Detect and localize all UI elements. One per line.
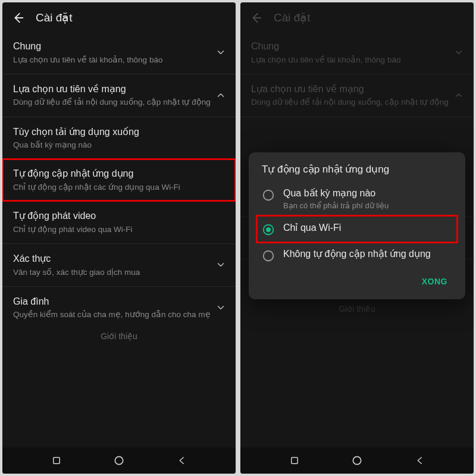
- section-desc: Lựa chọn ưu tiên về tài khoản, thông báo: [13, 55, 225, 65]
- dialog-actions: XONG: [257, 268, 457, 295]
- page-title: Cài đặt: [36, 11, 73, 24]
- appbar: Cài đặt: [240, 2, 474, 32]
- section-title: Tự động phát video: [13, 209, 225, 223]
- section-about-peek: Giới thiệu: [240, 302, 474, 315]
- section-about-peek: Giới thiệu: [2, 329, 236, 342]
- section-title: Xác thực: [13, 252, 225, 265]
- chevron-down-icon: [214, 301, 227, 314]
- nav-back-icon[interactable]: [411, 452, 429, 469]
- option-any-network[interactable]: Qua bất kỳ mạng nào Bạn có thể phải trả …: [257, 181, 457, 216]
- android-navbar: [2, 447, 236, 474]
- chevron-down-icon: [452, 46, 465, 59]
- section-title: Tự động cập nhật ứng dụng: [13, 167, 225, 180]
- back-icon[interactable]: [250, 11, 263, 24]
- svg-rect-1: [53, 458, 60, 464]
- chevron-up-icon: [452, 89, 465, 102]
- nav-back-icon[interactable]: [173, 452, 191, 469]
- section-auth[interactable]: Xác thực Vân tay số, xác thực giao dịch …: [2, 244, 236, 287]
- svg-point-2: [115, 456, 123, 464]
- section-title: Tùy chọn tải ứng dụng xuống: [13, 126, 225, 139]
- section-desc: Quyền kiểm soát của cha mẹ, hướng dẫn ch…: [13, 309, 225, 320]
- svg-point-8: [266, 227, 271, 232]
- option-label: Không tự động cập nhật ứng dụng: [283, 248, 452, 261]
- section-desc: Dùng dữ liệu để tải nội dung xuống, cập …: [13, 97, 225, 108]
- section-desc: Dùng dữ liệu để tải nội dung xuống, cập …: [251, 97, 463, 108]
- section-family[interactable]: Gia đình Quyền kiểm soát của cha mẹ, hướ…: [2, 287, 236, 329]
- svg-point-9: [264, 251, 274, 261]
- nav-home-icon[interactable]: [110, 452, 128, 469]
- radio-checked-icon: [262, 223, 275, 236]
- section-desc: Qua bất kỳ mạng nào: [13, 140, 225, 151]
- section-network[interactable]: Lựa chọn ưu tiên về mạng Dùng dữ liệu để…: [2, 74, 236, 117]
- phone-right: Cài đặt Chung Lựa chọn ưu tiên về tài kh…: [240, 2, 474, 474]
- dialog-title: Tự động cập nhật ứng dụng: [257, 163, 457, 181]
- option-label: Chỉ qua Wi-Fi: [283, 222, 452, 234]
- section-title: Lựa chọn ưu tiên về mạng: [251, 83, 463, 96]
- section-desc: Chỉ tự động phát video qua Wi-Fi: [13, 224, 225, 235]
- back-icon[interactable]: [12, 11, 25, 24]
- section-network: Lựa chọn ưu tiên về mạng Dùng dữ liệu để…: [240, 74, 474, 117]
- svg-point-6: [264, 190, 274, 201]
- appbar: Cài đặt: [2, 2, 236, 32]
- section-auto-play[interactable]: Tự động phát video Chỉ tự động phát vide…: [2, 201, 236, 244]
- phone-left: Cài đặt Chung Lựa chọn ưu tiên về tài kh…: [2, 2, 236, 474]
- section-title: Lựa chọn ưu tiên về mạng: [13, 83, 225, 96]
- nav-recent-icon[interactable]: [48, 452, 65, 469]
- section-desc: Chỉ tự động cập nhật các ứng dụng qua Wi…: [13, 182, 225, 193]
- section-hidden: [240, 117, 474, 151]
- chevron-down-icon: [214, 258, 227, 271]
- section-download-pref[interactable]: Tùy chọn tải ứng dụng xuống Qua bất kỳ m…: [2, 117, 236, 159]
- option-sub: Bạn có thể phải trả phí dữ liệu: [283, 201, 452, 210]
- section-desc: Lựa chọn ưu tiên về tài khoản, thông báo: [251, 55, 463, 65]
- section-desc: Vân tay số, xác thực giao dịch mua: [13, 267, 225, 278]
- section-title: Gia đình: [13, 295, 225, 308]
- section-title: Chung: [251, 40, 463, 53]
- section-title: Chung: [13, 40, 225, 53]
- done-button[interactable]: XONG: [418, 272, 451, 291]
- section-auto-update[interactable]: Tự động cập nhật ứng dụng Chỉ tự động cậ…: [2, 159, 236, 201]
- android-navbar: [240, 447, 474, 474]
- option-no-auto-update[interactable]: Không tự động cập nhật ứng dụng: [257, 242, 457, 268]
- option-wifi-only[interactable]: Chỉ qua Wi-Fi: [257, 216, 457, 242]
- nav-home-icon[interactable]: [348, 452, 366, 469]
- section-general[interactable]: Chung Lựa chọn ưu tiên về tài khoản, thô…: [2, 32, 236, 74]
- chevron-up-icon: [214, 89, 227, 102]
- page-title: Cài đặt: [274, 11, 311, 24]
- svg-point-5: [353, 456, 361, 464]
- radio-unchecked-icon: [262, 189, 275, 202]
- auto-update-dialog: Tự động cập nhật ứng dụng Qua bất kỳ mạn…: [249, 152, 465, 299]
- chevron-down-icon: [214, 46, 227, 59]
- nav-recent-icon[interactable]: [286, 452, 303, 469]
- option-label: Qua bất kỳ mạng nào: [283, 187, 452, 200]
- radio-unchecked-icon: [262, 249, 275, 262]
- section-general: Chung Lựa chọn ưu tiên về tài khoản, thô…: [240, 32, 474, 74]
- svg-rect-4: [291, 458, 298, 464]
